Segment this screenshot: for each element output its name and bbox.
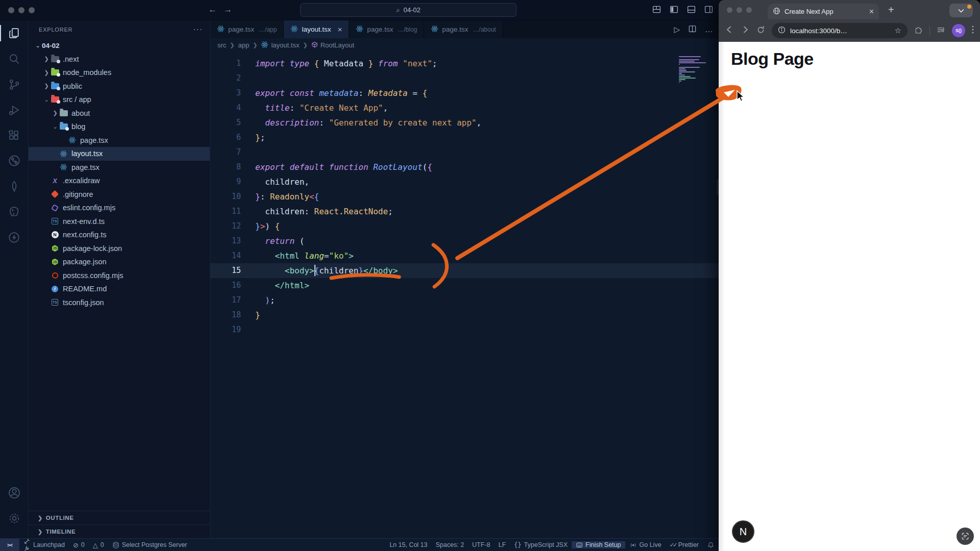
traffic-light-zoom-icon[interactable] xyxy=(746,7,752,13)
chevron-right-icon[interactable]: ❯ xyxy=(42,56,51,62)
tree-item-postcss.config.mjs[interactable]: postcss.config.mjs xyxy=(29,269,210,283)
tab-close-icon[interactable]: × xyxy=(337,25,342,34)
tree-item-page.tsx[interactable]: page.tsx xyxy=(29,134,210,147)
activity-source-control-icon[interactable] xyxy=(0,71,28,97)
code-line-18[interactable]: 18} xyxy=(210,308,722,322)
status-finish-setup[interactable]: Finish Setup xyxy=(572,541,625,548)
split-editor-icon[interactable] xyxy=(688,24,697,35)
code-line-9[interactable]: 9 children, xyxy=(210,174,722,189)
extensions-puzzle-icon[interactable] xyxy=(914,26,923,36)
run-button[interactable]: ▷ xyxy=(674,25,680,34)
tree-item-page.tsx[interactable]: page.tsx xyxy=(29,161,210,174)
tree-item-next.config.ts[interactable]: Nnext.config.ts xyxy=(29,228,210,242)
traffic-light-minimize-icon[interactable] xyxy=(18,7,24,13)
code-line-2[interactable]: 2 xyxy=(210,71,722,86)
activity-gitlens-icon[interactable] xyxy=(0,148,28,173)
status-warnings[interactable]: △0 xyxy=(89,539,108,551)
status-indent[interactable]: Spaces: 2 xyxy=(432,541,469,548)
code-line-15[interactable]: 15 <body>{children}</body> xyxy=(210,263,722,278)
activity-explorer-icon[interactable] xyxy=(0,20,28,46)
tree-item-.excalidraw[interactable]: X.excalidraw xyxy=(29,174,210,188)
breadcrumb-layout.tsx[interactable]: layout.tsx xyxy=(261,41,299,50)
remote-indicator[interactable]: >< xyxy=(0,539,19,551)
editor-more-icon[interactable]: … xyxy=(705,25,714,34)
tree-item-package-lock.json[interactable]: JSpackage-lock.json xyxy=(29,242,210,256)
activity-account-icon[interactable] xyxy=(0,480,28,506)
tree-item-04-02[interactable]: ⌄04-02 xyxy=(29,39,210,53)
tree-item-tsconfig.json[interactable]: TStsconfig.json xyxy=(29,296,210,310)
breadcrumb-rootlayout[interactable]: RootLayout xyxy=(311,41,355,49)
chevron-right-icon[interactable]: ❯ xyxy=(51,110,59,116)
code-line-5[interactable]: 5 description: "Generated by create next… xyxy=(210,115,722,130)
chevron-down-icon[interactable]: ⌄ xyxy=(42,96,51,103)
tab-close-icon[interactable]: × xyxy=(869,7,874,16)
chevron-down-icon[interactable]: ⌄ xyxy=(51,123,59,130)
explorer-more-icon[interactable]: ··· xyxy=(193,25,203,34)
panel-left-icon[interactable] xyxy=(669,5,679,14)
browser-tab[interactable]: Create Next App × xyxy=(768,4,879,19)
browser-menu-icon[interactable] xyxy=(972,26,974,36)
breadcrumb-src[interactable]: src xyxy=(217,41,226,49)
tab-search-chip[interactable] xyxy=(949,4,973,17)
capture-button[interactable] xyxy=(957,528,974,545)
history-forward-icon[interactable]: → xyxy=(224,5,232,15)
status-launchpad[interactable]: Launchpad xyxy=(19,539,69,551)
traffic-light-zoom-icon[interactable] xyxy=(29,7,35,13)
code-line-11[interactable]: 11 children: React.ReactNode; xyxy=(210,204,722,219)
tree-item-eslint.config.mjs[interactable]: eslint.config.mjs xyxy=(29,201,210,215)
tree-item-src-app[interactable]: ⌄src / app xyxy=(29,93,210,107)
status-go-live[interactable]: Go Live xyxy=(625,541,666,549)
code-line-6[interactable]: 6}; xyxy=(210,130,722,145)
code-line-3[interactable]: 3export const metadata: Metadata = { xyxy=(210,86,722,101)
outline-section[interactable]: ❯ OUTLINE xyxy=(29,511,210,524)
new-tab-icon[interactable]: + xyxy=(888,4,894,16)
status-prettier[interactable]: ✓✓Prettier xyxy=(666,541,703,548)
status-errors[interactable]: ⊘0 xyxy=(69,539,89,551)
activity-postgresql-icon[interactable] xyxy=(0,199,28,224)
status-eol[interactable]: LF xyxy=(495,541,510,548)
code-line-16[interactable]: 16 </html> xyxy=(210,278,722,293)
chevron-right-icon[interactable]: ❯ xyxy=(42,69,51,76)
code-line-8[interactable]: 8export default function RootLayout({ xyxy=(210,160,722,174)
activity-mongodb-icon[interactable] xyxy=(0,173,28,199)
code-area[interactable]: 1import type { Metadata } from "next";23… xyxy=(210,56,722,337)
customize-layout-icon[interactable] xyxy=(652,5,662,14)
history-back-icon[interactable]: ← xyxy=(208,5,217,15)
tree-item-.gitignore[interactable]: .gitignore xyxy=(29,188,210,202)
activity-settings-icon[interactable] xyxy=(0,506,28,531)
status-postgres[interactable]: Select Postgres Server xyxy=(108,539,191,551)
nextjs-devtools-badge[interactable]: N xyxy=(732,520,754,543)
status-language[interactable]: {}TypeScript JSX xyxy=(510,541,572,548)
code-line-19[interactable]: 19 xyxy=(210,322,722,337)
chevron-down-icon[interactable]: ⌄ xyxy=(34,42,42,49)
back-icon[interactable] xyxy=(725,25,734,36)
code-line-12[interactable]: 12}>) { xyxy=(210,219,722,234)
tree-item-.next[interactable]: ❯.next xyxy=(29,53,210,66)
tree-item-public[interactable]: ❯public xyxy=(29,80,210,93)
timeline-section[interactable]: ❯ TIMELINE xyxy=(29,524,210,538)
traffic-light-close-icon[interactable] xyxy=(727,7,732,13)
reload-icon[interactable] xyxy=(756,26,765,36)
url-bar[interactable]: localhost:3000/b… ☆ xyxy=(772,23,908,38)
chevron-right-icon[interactable]: ❯ xyxy=(42,83,51,89)
activity-search-icon[interactable] xyxy=(0,46,28,71)
activity-thunder-client-icon[interactable] xyxy=(0,224,28,250)
traffic-light-minimize-icon[interactable] xyxy=(737,7,742,13)
traffic-light-close-icon[interactable] xyxy=(8,7,14,13)
editor-tab-page.tsx-app[interactable]: page.tsx…/app xyxy=(210,20,284,38)
code-line-4[interactable]: 4 title: "Create Next App", xyxy=(210,101,722,115)
code-line-13[interactable]: 13 return ( xyxy=(210,234,722,248)
tree-item-node-modules[interactable]: ❯node_modules xyxy=(29,66,210,80)
status-cursor-pos[interactable]: Ln 15, Col 13 xyxy=(385,541,431,548)
tree-item-package.json[interactable]: JSpackage.json xyxy=(29,255,210,269)
minimap[interactable] xyxy=(679,56,715,85)
activity-run-debug-icon[interactable] xyxy=(0,97,28,122)
code-line-17[interactable]: 17 ); xyxy=(210,293,722,308)
panel-right-icon[interactable] xyxy=(704,5,714,14)
profile-avatar[interactable]: S() xyxy=(952,24,965,37)
tree-item-about[interactable]: ❯about xyxy=(29,107,210,120)
editor-tab-layout.tsx[interactable]: layout.tsx× xyxy=(284,20,349,38)
panel-bottom-icon[interactable] xyxy=(687,5,696,14)
tree-item-layout.tsx[interactable]: layout.tsx xyxy=(29,147,210,161)
code-line-14[interactable]: 14 <html lang="ko"> xyxy=(210,248,722,263)
